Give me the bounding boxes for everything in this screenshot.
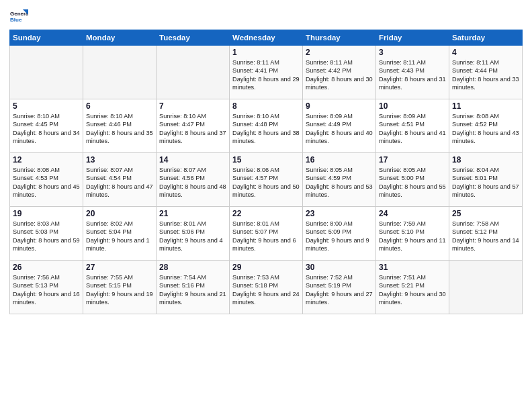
calendar-cell: 8Sunrise: 8:10 AM Sunset: 4:48 PM Daylig…	[230, 99, 303, 153]
day-number: 19	[13, 209, 80, 218]
day-info: Sunrise: 8:10 AM Sunset: 4:47 PM Dayligh…	[159, 112, 226, 146]
calendar-cell: 9Sunrise: 8:09 AM Sunset: 4:49 PM Daylig…	[303, 99, 376, 153]
calendar-cell	[157, 46, 230, 99]
day-info: Sunrise: 8:11 AM Sunset: 4:43 PM Dayligh…	[379, 58, 446, 92]
calendar-cell: 2Sunrise: 8:11 AM Sunset: 4:42 PM Daylig…	[303, 46, 376, 99]
calendar-cell: 27Sunrise: 7:55 AM Sunset: 5:15 PM Dayli…	[83, 261, 157, 314]
svg-text:Blue: Blue	[10, 17, 22, 23]
calendar-cell: 29Sunrise: 7:53 AM Sunset: 5:18 PM Dayli…	[230, 261, 303, 314]
day-info: Sunrise: 8:03 AM Sunset: 5:03 PM Dayligh…	[13, 220, 80, 253]
day-number: 8	[232, 101, 300, 111]
weekday-saturday: Saturday	[449, 30, 523, 46]
day-info: Sunrise: 7:51 AM Sunset: 5:21 PM Dayligh…	[379, 273, 446, 307]
day-info: Sunrise: 7:54 AM Sunset: 5:16 PM Dayligh…	[159, 273, 226, 307]
day-number: 18	[452, 155, 519, 165]
day-info: Sunrise: 8:10 AM Sunset: 4:45 PM Dayligh…	[13, 112, 80, 146]
header: General Blue	[9, 7, 523, 26]
calendar-cell: 22Sunrise: 8:01 AM Sunset: 5:07 PM Dayli…	[230, 207, 303, 261]
calendar-cell: 24Sunrise: 7:59 AM Sunset: 5:10 PM Dayli…	[376, 207, 449, 261]
week-row-3: 12Sunrise: 8:08 AM Sunset: 4:53 PM Dayli…	[10, 153, 523, 207]
day-info: Sunrise: 8:11 AM Sunset: 4:44 PM Dayligh…	[452, 58, 519, 92]
calendar-cell: 17Sunrise: 8:05 AM Sunset: 5:00 PM Dayli…	[376, 153, 449, 207]
day-number: 11	[452, 101, 519, 111]
week-row-5: 26Sunrise: 7:56 AM Sunset: 5:13 PM Dayli…	[10, 261, 523, 314]
calendar-cell: 20Sunrise: 8:02 AM Sunset: 5:04 PM Dayli…	[83, 207, 157, 261]
day-info: Sunrise: 8:02 AM Sunset: 5:04 PM Dayligh…	[86, 220, 153, 253]
day-info: Sunrise: 8:06 AM Sunset: 4:57 PM Dayligh…	[232, 166, 300, 199]
calendar-cell: 30Sunrise: 7:52 AM Sunset: 5:19 PM Dayli…	[303, 261, 376, 314]
day-number: 29	[232, 263, 300, 272]
calendar-cell: 28Sunrise: 7:54 AM Sunset: 5:16 PM Dayli…	[157, 261, 230, 314]
day-number: 25	[452, 209, 519, 218]
day-info: Sunrise: 8:07 AM Sunset: 4:54 PM Dayligh…	[86, 166, 153, 199]
day-number: 26	[13, 263, 80, 272]
day-number: 28	[159, 263, 226, 272]
weekday-sunday: Sunday	[10, 30, 83, 46]
day-info: Sunrise: 8:04 AM Sunset: 5:01 PM Dayligh…	[452, 166, 519, 199]
day-info: Sunrise: 8:01 AM Sunset: 5:07 PM Dayligh…	[232, 220, 300, 253]
day-info: Sunrise: 8:05 AM Sunset: 5:00 PM Dayligh…	[379, 166, 446, 199]
calendar-cell: 3Sunrise: 8:11 AM Sunset: 4:43 PM Daylig…	[376, 46, 449, 99]
day-number: 17	[379, 155, 446, 165]
day-info: Sunrise: 7:59 AM Sunset: 5:10 PM Dayligh…	[379, 220, 446, 253]
day-number: 7	[159, 101, 226, 111]
day-number: 6	[86, 101, 153, 111]
logo: General Blue	[9, 7, 30, 26]
calendar-cell: 16Sunrise: 8:05 AM Sunset: 4:59 PM Dayli…	[303, 153, 376, 207]
day-info: Sunrise: 8:11 AM Sunset: 4:42 PM Dayligh…	[306, 58, 373, 92]
day-number: 9	[306, 101, 373, 111]
weekday-tuesday: Tuesday	[157, 30, 230, 46]
weekday-friday: Friday	[376, 30, 449, 46]
week-row-1: 1Sunrise: 8:11 AM Sunset: 4:41 PM Daylig…	[10, 46, 523, 99]
day-number: 10	[379, 101, 446, 111]
weekday-monday: Monday	[83, 30, 157, 46]
calendar-cell: 19Sunrise: 8:03 AM Sunset: 5:03 PM Dayli…	[10, 207, 83, 261]
day-info: Sunrise: 8:09 AM Sunset: 4:49 PM Dayligh…	[306, 112, 373, 146]
calendar-cell: 25Sunrise: 7:58 AM Sunset: 5:12 PM Dayli…	[449, 207, 523, 261]
day-info: Sunrise: 8:10 AM Sunset: 4:48 PM Dayligh…	[232, 112, 300, 146]
day-number: 27	[86, 263, 153, 272]
day-number: 21	[159, 209, 226, 218]
day-number: 30	[306, 263, 373, 272]
day-info: Sunrise: 7:58 AM Sunset: 5:12 PM Dayligh…	[452, 220, 519, 253]
calendar-cell: 1Sunrise: 8:11 AM Sunset: 4:41 PM Daylig…	[230, 46, 303, 99]
day-number: 1	[232, 48, 300, 57]
day-number: 16	[306, 155, 373, 165]
day-info: Sunrise: 8:09 AM Sunset: 4:51 PM Dayligh…	[379, 112, 446, 146]
day-info: Sunrise: 8:10 AM Sunset: 4:46 PM Dayligh…	[86, 112, 153, 146]
calendar-cell: 18Sunrise: 8:04 AM Sunset: 5:01 PM Dayli…	[449, 153, 523, 207]
calendar-cell: 6Sunrise: 8:10 AM Sunset: 4:46 PM Daylig…	[83, 99, 157, 153]
day-info: Sunrise: 7:56 AM Sunset: 5:13 PM Dayligh…	[13, 273, 80, 307]
day-info: Sunrise: 7:53 AM Sunset: 5:18 PM Dayligh…	[232, 273, 300, 307]
weekday-wednesday: Wednesday	[230, 30, 303, 46]
calendar-cell: 21Sunrise: 8:01 AM Sunset: 5:06 PM Dayli…	[157, 207, 230, 261]
page: General Blue SundayMondayTuesdayWednesda…	[0, 0, 532, 411]
calendar-cell: 4Sunrise: 8:11 AM Sunset: 4:44 PM Daylig…	[449, 46, 523, 99]
day-number: 2	[306, 48, 373, 57]
weekday-header-row: SundayMondayTuesdayWednesdayThursdayFrid…	[10, 30, 523, 46]
day-info: Sunrise: 7:52 AM Sunset: 5:19 PM Dayligh…	[306, 273, 373, 307]
day-number: 13	[86, 155, 153, 165]
day-info: Sunrise: 8:07 AM Sunset: 4:56 PM Dayligh…	[159, 166, 226, 199]
calendar-cell: 26Sunrise: 7:56 AM Sunset: 5:13 PM Dayli…	[10, 261, 83, 314]
calendar-cell: 15Sunrise: 8:06 AM Sunset: 4:57 PM Dayli…	[230, 153, 303, 207]
calendar-cell: 14Sunrise: 8:07 AM Sunset: 4:56 PM Dayli…	[157, 153, 230, 207]
calendar-cell: 11Sunrise: 8:08 AM Sunset: 4:52 PM Dayli…	[449, 99, 523, 153]
week-row-2: 5Sunrise: 8:10 AM Sunset: 4:45 PM Daylig…	[10, 99, 523, 153]
day-info: Sunrise: 7:55 AM Sunset: 5:15 PM Dayligh…	[86, 273, 153, 307]
calendar-cell: 31Sunrise: 7:51 AM Sunset: 5:21 PM Dayli…	[376, 261, 449, 314]
day-number: 3	[379, 48, 446, 57]
day-number: 5	[13, 101, 80, 111]
day-info: Sunrise: 8:01 AM Sunset: 5:06 PM Dayligh…	[159, 220, 226, 253]
day-number: 24	[379, 209, 446, 218]
day-number: 23	[306, 209, 373, 218]
day-info: Sunrise: 8:00 AM Sunset: 5:09 PM Dayligh…	[306, 220, 373, 253]
day-number: 4	[452, 48, 519, 57]
weekday-thursday: Thursday	[303, 30, 376, 46]
day-number: 14	[159, 155, 226, 165]
calendar-cell: 7Sunrise: 8:10 AM Sunset: 4:47 PM Daylig…	[157, 99, 230, 153]
calendar-cell: 13Sunrise: 8:07 AM Sunset: 4:54 PM Dayli…	[83, 153, 157, 207]
day-number: 15	[232, 155, 300, 165]
day-number: 22	[232, 209, 300, 218]
day-number: 12	[13, 155, 80, 165]
